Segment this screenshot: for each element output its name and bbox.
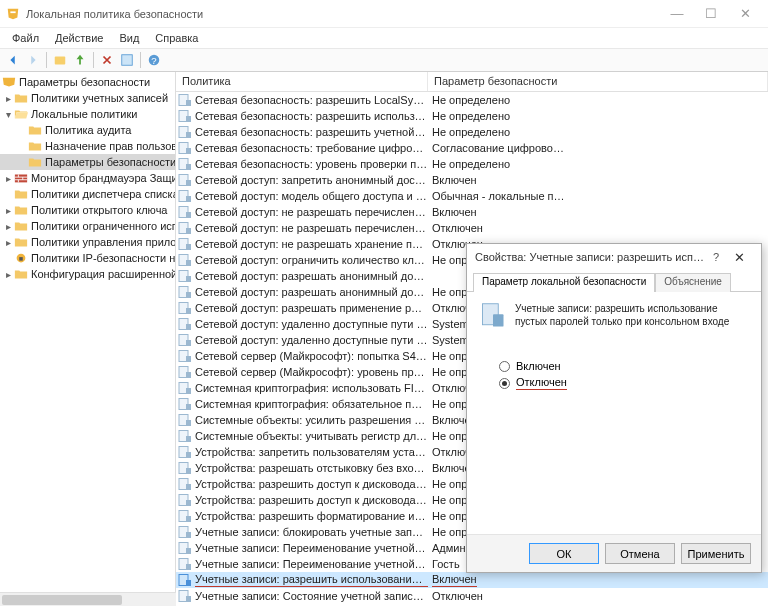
dialog-titlebar: Свойства: Учетные записи: разрешить испо… <box>467 244 761 270</box>
up-button[interactable] <box>51 51 69 69</box>
policy-icon <box>479 302 507 330</box>
forward-button[interactable] <box>24 51 42 69</box>
tree-item[interactable]: ▾Локальные политики <box>0 106 175 122</box>
tree-panel: Параметры безопасности ▸Политики учетных… <box>0 72 176 604</box>
dialog-description: Учетные записи: разрешить использование … <box>515 302 749 330</box>
svg-rect-18 <box>186 180 191 186</box>
policy-row[interactable]: Учетные записи: разрешить использование … <box>176 572 768 588</box>
tree-item[interactable]: ▸Политики ограниченного использова <box>0 218 175 234</box>
policy-row[interactable]: Сетевая безопасность: требование цифрово… <box>176 140 768 156</box>
menu-action[interactable]: Действие <box>47 30 111 46</box>
svg-rect-56 <box>186 484 191 490</box>
tree-item[interactable]: ▸Политики открытого ключа <box>0 202 175 218</box>
ok-button[interactable]: ОК <box>529 543 599 564</box>
toolbar: ? <box>0 48 768 72</box>
dialog-close-button[interactable]: ✕ <box>725 250 753 265</box>
minimize-button[interactable]: — <box>660 3 694 25</box>
radio-button-icon <box>499 378 510 389</box>
svg-rect-22 <box>186 212 191 218</box>
menu-view[interactable]: Вид <box>111 30 147 46</box>
menu-help[interactable]: Справка <box>147 30 206 46</box>
tree-item[interactable]: Политики диспетчера списка сетей <box>0 186 175 202</box>
svg-rect-54 <box>186 468 191 474</box>
svg-text:?: ? <box>151 55 156 66</box>
svg-rect-6 <box>19 257 23 261</box>
svg-rect-30 <box>186 276 191 282</box>
tree-item[interactable]: Параметры безопасности <box>0 154 175 170</box>
svg-rect-16 <box>186 164 191 170</box>
tree-item[interactable]: ▸Политики управления приложениями <box>0 234 175 250</box>
back-button[interactable] <box>4 51 22 69</box>
svg-rect-12 <box>186 132 191 138</box>
radio-button-icon <box>499 361 510 372</box>
svg-rect-8 <box>186 100 191 106</box>
radio-enabled[interactable]: Включен <box>499 360 749 372</box>
svg-rect-70 <box>186 596 191 602</box>
svg-rect-34 <box>186 308 191 314</box>
svg-rect-0 <box>55 57 66 65</box>
help-button[interactable]: ? <box>145 51 163 69</box>
tree-item[interactable]: ▸Конфигурация расширенной полити <box>0 266 175 282</box>
policy-row[interactable]: Сетевой доступ: модель общего доступа и … <box>176 188 768 204</box>
svg-rect-10 <box>186 116 191 122</box>
tree-scrollbar[interactable] <box>0 592 176 604</box>
svg-rect-14 <box>186 148 191 154</box>
dialog-help-button[interactable]: ? <box>707 251 725 263</box>
policy-row[interactable]: Сетевая безопасность: разрешить LocalSys… <box>176 92 768 108</box>
tree-item[interactable]: Политика аудита <box>0 122 175 138</box>
dialog-tabs: Параметр локальной безопасности Объяснен… <box>467 272 761 292</box>
svg-rect-42 <box>186 372 191 378</box>
policy-row[interactable]: Сетевая безопасность: уровень проверки п… <box>176 156 768 172</box>
dialog-title: Свойства: Учетные записи: разрешить испо… <box>475 251 707 263</box>
svg-rect-46 <box>186 404 191 410</box>
policy-row[interactable]: Учетные записи: Состояние учетной записи… <box>176 588 768 604</box>
policy-row[interactable]: Сетевой доступ: не разрешать перечислени… <box>176 220 768 236</box>
svg-rect-40 <box>186 356 191 362</box>
tree-item[interactable]: Назначение прав пользователя <box>0 138 175 154</box>
policy-row[interactable]: Сетевая безопасность: разрешить учетной … <box>176 124 768 140</box>
shield-icon <box>2 76 16 88</box>
svg-rect-62 <box>186 532 191 538</box>
policy-row[interactable]: Сетевой доступ: не разрешать перечислени… <box>176 204 768 220</box>
svg-rect-64 <box>186 548 191 554</box>
svg-rect-66 <box>186 564 191 570</box>
svg-rect-1 <box>122 55 133 66</box>
maximize-button[interactable]: ☐ <box>694 3 728 25</box>
radio-disabled[interactable]: Отключен <box>499 376 749 390</box>
svg-rect-58 <box>186 500 191 506</box>
svg-rect-28 <box>186 260 191 266</box>
svg-rect-20 <box>186 196 191 202</box>
svg-rect-52 <box>186 452 191 458</box>
policy-row[interactable]: Сетевая безопасность: разрешить использо… <box>176 108 768 124</box>
delete-button[interactable] <box>98 51 116 69</box>
apply-button[interactable]: Применить <box>681 543 751 564</box>
svg-rect-4 <box>15 175 27 183</box>
properties-dialog: Свойства: Учетные записи: разрешить испо… <box>466 243 762 573</box>
app-icon <box>6 7 20 21</box>
svg-rect-48 <box>186 420 191 426</box>
tab-explanation[interactable]: Объяснение <box>655 273 731 292</box>
tree-item[interactable]: ▸Политики учетных записей <box>0 90 175 106</box>
menu-file[interactable]: Файл <box>4 30 47 46</box>
tree-item[interactable]: Политики IP-безопасности на "Локал <box>0 250 175 266</box>
menubar: Файл Действие Вид Справка <box>0 28 768 48</box>
svg-rect-50 <box>186 436 191 442</box>
col-policy[interactable]: Политика <box>176 72 428 91</box>
tree-item[interactable]: ▸Монитор брандмауэра Защитника W <box>0 170 175 186</box>
svg-rect-24 <box>186 228 191 234</box>
close-button[interactable]: ✕ <box>728 3 762 25</box>
svg-rect-32 <box>186 292 191 298</box>
svg-rect-86 <box>493 314 504 326</box>
col-value[interactable]: Параметр безопасности <box>428 72 768 91</box>
window-title: Локальная политика безопасности <box>26 8 203 20</box>
policy-row[interactable]: Сетевой доступ: запретить анонимный дост… <box>176 172 768 188</box>
svg-rect-44 <box>186 388 191 394</box>
cancel-button[interactable]: Отмена <box>605 543 675 564</box>
list-header: Политика Параметр безопасности <box>176 72 768 92</box>
svg-rect-26 <box>186 244 191 250</box>
properties-button[interactable] <box>118 51 136 69</box>
tab-local-param[interactable]: Параметр локальной безопасности <box>473 273 655 292</box>
window-titlebar: Локальная политика безопасности — ☐ ✕ <box>0 0 768 28</box>
tree-root[interactable]: Параметры безопасности <box>0 74 175 90</box>
export-button[interactable] <box>71 51 89 69</box>
